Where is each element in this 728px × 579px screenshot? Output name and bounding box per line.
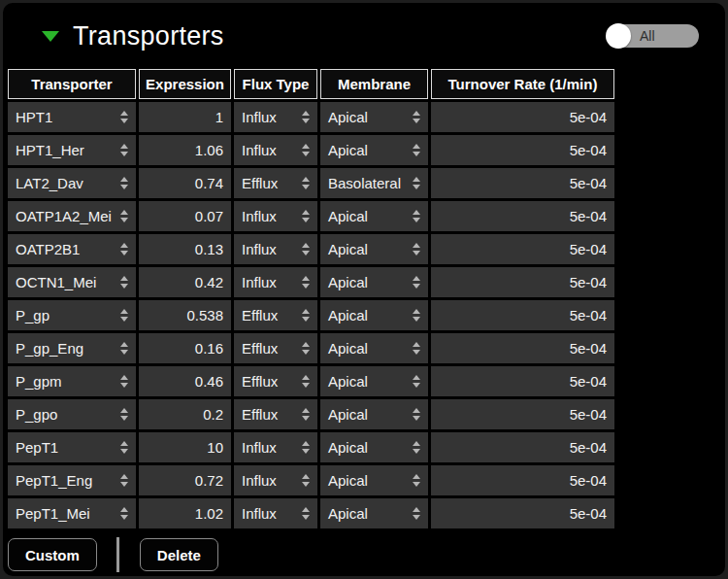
stepper-icon[interactable] (120, 111, 128, 123)
membrane-select[interactable]: Apical (320, 135, 428, 165)
transporter-select[interactable]: PepT1_Eng (8, 465, 136, 495)
flux-type-select[interactable]: Influx (234, 465, 317, 495)
stepper-icon[interactable] (120, 276, 128, 289)
expression-input[interactable]: 1.02 (139, 498, 231, 528)
flux-type-select[interactable]: Influx (234, 201, 317, 231)
stepper-icon[interactable] (413, 507, 420, 520)
stepper-icon[interactable] (120, 441, 128, 454)
stepper-icon[interactable] (120, 177, 128, 189)
transporter-select[interactable]: PepT1_Mei (8, 498, 136, 528)
stepper-icon[interactable] (302, 408, 310, 421)
flux-type-select[interactable]: Influx (234, 267, 317, 297)
flux-type-select[interactable]: Efflux (234, 366, 317, 396)
stepper-icon[interactable] (120, 243, 128, 255)
stepper-icon[interactable] (120, 408, 128, 421)
membrane-select[interactable]: Apical (320, 267, 428, 297)
stepper-icon[interactable] (302, 144, 310, 156)
transporter-select[interactable]: PepT1 (8, 432, 136, 462)
stepper-icon[interactable] (302, 441, 310, 454)
stepper-icon[interactable] (302, 474, 310, 487)
stepper-icon[interactable] (413, 144, 420, 156)
stepper-icon[interactable] (302, 111, 310, 123)
transporter-select[interactable]: P_gpo (8, 399, 136, 429)
stepper-icon[interactable] (302, 342, 310, 355)
flux-type-select[interactable]: Efflux (234, 168, 317, 198)
turnover-rate-input[interactable]: 5e-04 (431, 498, 614, 528)
stepper-icon[interactable] (413, 243, 420, 255)
stepper-icon[interactable] (413, 177, 420, 189)
custom-button[interactable]: Custom (8, 538, 97, 571)
stepper-icon[interactable] (413, 210, 420, 222)
transporter-select[interactable]: P_gp_Eng (8, 333, 136, 363)
stepper-icon[interactable] (120, 342, 128, 355)
transporter-select[interactable]: OCTN1_Mei (8, 267, 136, 297)
stepper-icon[interactable] (302, 507, 310, 520)
expression-input[interactable]: 0.72 (139, 465, 231, 495)
stepper-icon[interactable] (120, 309, 128, 322)
delete-button[interactable]: Delete (140, 538, 218, 571)
stepper-icon[interactable] (413, 111, 420, 123)
stepper-icon[interactable] (413, 375, 420, 388)
stepper-icon[interactable] (302, 243, 310, 255)
all-toggle[interactable]: All (607, 24, 699, 48)
turnover-rate-input[interactable]: 5e-04 (431, 432, 614, 462)
flux-type-select[interactable]: Efflux (234, 300, 317, 330)
membrane-select[interactable]: Apical (320, 234, 428, 264)
stepper-icon[interactable] (302, 309, 310, 322)
membrane-select[interactable]: Apical (320, 201, 428, 231)
transporter-select[interactable]: HPT1 (8, 102, 136, 132)
turnover-rate-input[interactable]: 5e-04 (431, 102, 614, 132)
turnover-rate-input[interactable]: 5e-04 (431, 366, 614, 396)
flux-type-select[interactable]: Influx (234, 234, 317, 264)
membrane-select[interactable]: Apical (320, 333, 428, 363)
flux-type-select[interactable]: Influx (234, 432, 317, 462)
stepper-icon[interactable] (302, 375, 310, 388)
expression-input[interactable]: 10 (139, 432, 231, 462)
stepper-icon[interactable] (120, 210, 128, 222)
membrane-select[interactable]: Apical (320, 399, 428, 429)
transporter-select[interactable]: OATP1A2_Mei (8, 201, 136, 231)
membrane-select[interactable]: Apical (320, 102, 428, 132)
turnover-rate-input[interactable]: 5e-04 (431, 300, 614, 330)
expression-input[interactable]: 0.16 (139, 333, 231, 363)
membrane-select[interactable]: Basolateral (320, 168, 428, 198)
stepper-icon[interactable] (302, 210, 310, 222)
turnover-rate-input[interactable]: 5e-04 (431, 267, 614, 297)
turnover-rate-input[interactable]: 5e-04 (431, 135, 614, 165)
flux-type-select[interactable]: Influx (234, 102, 317, 132)
expression-input[interactable]: 0.74 (139, 168, 231, 198)
transporter-select[interactable]: HPT1_Her (8, 135, 136, 165)
expression-input[interactable]: 1 (139, 102, 231, 132)
flux-type-select[interactable]: Efflux (234, 333, 317, 363)
stepper-icon[interactable] (413, 342, 420, 355)
expression-input[interactable]: 0.07 (139, 201, 231, 231)
transporter-select[interactable]: P_gpm (8, 366, 136, 396)
turnover-rate-input[interactable]: 5e-04 (431, 465, 614, 495)
expression-input[interactable]: 0.538 (139, 300, 231, 330)
membrane-select[interactable]: Apical (320, 366, 428, 396)
flux-type-select[interactable]: Efflux (234, 399, 317, 429)
turnover-rate-input[interactable]: 5e-04 (431, 399, 614, 429)
transporter-select[interactable]: OATP2B1 (8, 234, 136, 264)
stepper-icon[interactable] (413, 441, 420, 454)
stepper-icon[interactable] (302, 276, 310, 289)
membrane-select[interactable]: Apical (320, 465, 428, 495)
stepper-icon[interactable] (120, 507, 128, 520)
expression-input[interactable]: 1.06 (139, 135, 231, 165)
expression-input[interactable]: 0.46 (139, 366, 231, 396)
collapse-arrow-icon[interactable] (42, 31, 59, 42)
turnover-rate-input[interactable]: 5e-04 (431, 168, 614, 198)
stepper-icon[interactable] (120, 474, 128, 487)
stepper-icon[interactable] (120, 144, 128, 156)
flux-type-select[interactable]: Influx (234, 135, 317, 165)
stepper-icon[interactable] (120, 375, 128, 388)
stepper-icon[interactable] (413, 408, 420, 421)
turnover-rate-input[interactable]: 5e-04 (431, 234, 614, 264)
turnover-rate-input[interactable]: 5e-04 (431, 333, 614, 363)
turnover-rate-input[interactable]: 5e-04 (431, 201, 614, 231)
membrane-select[interactable]: Apical (320, 300, 428, 330)
transporter-select[interactable]: LAT2_Dav (8, 168, 136, 198)
stepper-icon[interactable] (413, 309, 420, 322)
stepper-icon[interactable] (302, 177, 310, 189)
transporter-select[interactable]: P_gp (8, 300, 136, 330)
